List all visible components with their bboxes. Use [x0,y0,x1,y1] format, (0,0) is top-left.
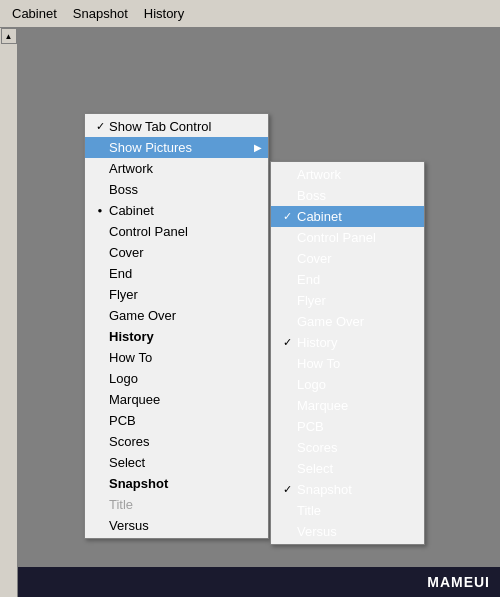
cover-l2-item[interactable]: Cover [271,248,424,269]
dropdown-container: ✓ Show Tab Control Show Pictures ▶ Artwo… [84,113,269,539]
menu-bar: Cabinet Snapshot History [0,2,196,25]
bottom-bar: MAMEUI [18,567,500,597]
marquee-l2-label: Marquee [297,398,348,413]
title-l1-item[interactable]: Title [85,494,268,515]
control-panel-l1-label: Control Panel [109,224,262,239]
cabinet-l2-item[interactable]: ✓ Cabinet [271,206,424,227]
title-l1-label: Title [109,497,262,512]
game-over-l1-item[interactable]: Game Over [85,305,268,326]
scrollbar-left[interactable]: ▲ [0,28,18,597]
menu-cabinet[interactable]: Cabinet [4,2,65,25]
logo-l1-item[interactable]: Logo [85,368,268,389]
menu-snapshot[interactable]: Snapshot [65,2,136,25]
cabinet-l2-label: Cabinet [297,209,342,224]
history-l1-label: History [109,329,262,344]
marquee-l2-item[interactable]: Marquee [271,395,424,416]
cabinet-l2-check: ✓ [277,210,297,223]
menu-history[interactable]: History [136,2,192,25]
cabinet-l1-bullet: ● [91,206,109,215]
snapshot-l2-item[interactable]: ✓ Snapshot [271,479,424,500]
select-l2-item[interactable]: Select [271,458,424,479]
logo-l2-label: Logo [297,377,326,392]
select-l2-label: Select [297,461,333,476]
game-over-l2-label: Game Over [297,314,364,329]
show-tab-control-label: Show Tab Control [109,119,262,134]
marquee-l1-label: Marquee [109,392,262,407]
end-l2-item[interactable]: End [271,269,424,290]
how-to-l2-item[interactable]: How To [271,353,424,374]
flyer-l1-label: Flyer [109,287,262,302]
end-l2-label: End [297,272,320,287]
flyer-l1-item[interactable]: Flyer [85,284,268,305]
boss-l1-item[interactable]: Boss [85,179,268,200]
cabinet-l1-label: Cabinet [109,203,262,218]
end-l1-item[interactable]: End [85,263,268,284]
title-l2-label: Title [297,503,321,518]
logo-l2-item[interactable]: Logo [271,374,424,395]
game-over-l2-item[interactable]: Game Over [271,311,424,332]
show-pictures-arrow: ▶ [254,142,262,153]
how-to-l1-item[interactable]: How To [85,347,268,368]
flyer-l2-label: Flyer [297,293,326,308]
show-pictures-item[interactable]: Show Pictures ▶ Artwork Boss ✓ Cabinet [85,137,268,158]
snapshot-l1-item[interactable]: Snapshot [85,473,268,494]
history-l2-check: ✓ [277,336,297,349]
artwork-l1-label: Artwork [109,161,262,176]
snapshot-l2-check: ✓ [277,483,297,496]
how-to-l2-label: How To [297,356,340,371]
pcb-l2-item[interactable]: PCB [271,416,424,437]
mameui-label: MAMEUI [427,574,490,590]
pcb-l1-item[interactable]: PCB [85,410,268,431]
scores-l1-label: Scores [109,434,262,449]
pcb-l1-label: PCB [109,413,262,428]
versus-l2-item[interactable]: Versus [271,521,424,542]
control-panel-l2-label: Control Panel [297,230,376,245]
boss-l2-label: Boss [297,188,326,203]
scores-l2-item[interactable]: Scores [271,437,424,458]
cabinet-l1-item[interactable]: ● Cabinet [85,200,268,221]
logo-l1-label: Logo [109,371,262,386]
show-tab-control-item[interactable]: ✓ Show Tab Control [85,116,268,137]
snapshot-l2-label: Snapshot [297,482,352,497]
marquee-l1-item[interactable]: Marquee [85,389,268,410]
select-l1-label: Select [109,455,262,470]
history-l2-item[interactable]: ✓ History [271,332,424,353]
history-l1-item[interactable]: History [85,326,268,347]
control-panel-l2-item[interactable]: Control Panel [271,227,424,248]
control-panel-l1-item[interactable]: Control Panel [85,221,268,242]
flyer-l2-item[interactable]: Flyer [271,290,424,311]
snapshot-l1-label: Snapshot [109,476,262,491]
scroll-up-arrow[interactable]: ▲ [1,28,17,44]
title-l2-item[interactable]: Title [271,500,424,521]
title-bar: Cabinet Snapshot History [0,0,500,28]
menu-level2: Artwork Boss ✓ Cabinet Control Panel [270,161,425,545]
scores-l1-item[interactable]: Scores [85,431,268,452]
cover-l1-label: Cover [109,245,262,260]
artwork-l2-item[interactable]: Artwork [271,164,424,185]
boss-l2-item[interactable]: Boss [271,185,424,206]
artwork-l1-item[interactable]: Artwork [85,158,268,179]
main-area: ▲ ✓ Show Tab Control Show Pictures ▶ Art… [0,28,500,597]
game-over-l1-label: Game Over [109,308,262,323]
artwork-l2-label: Artwork [297,167,341,182]
select-l1-item[interactable]: Select [85,452,268,473]
cover-l2-label: Cover [297,251,332,266]
versus-l1-item[interactable]: Versus [85,515,268,536]
history-l2-label: History [297,335,337,350]
menu-level1: ✓ Show Tab Control Show Pictures ▶ Artwo… [84,113,269,539]
versus-l2-label: Versus [297,524,337,539]
pcb-l2-label: PCB [297,419,324,434]
end-l1-label: End [109,266,262,281]
scores-l2-label: Scores [297,440,337,455]
show-pictures-label: Show Pictures [109,140,254,155]
cover-l1-item[interactable]: Cover [85,242,268,263]
how-to-l1-label: How To [109,350,262,365]
show-tab-control-check: ✓ [91,120,109,133]
versus-l1-label: Versus [109,518,262,533]
boss-l1-label: Boss [109,182,262,197]
